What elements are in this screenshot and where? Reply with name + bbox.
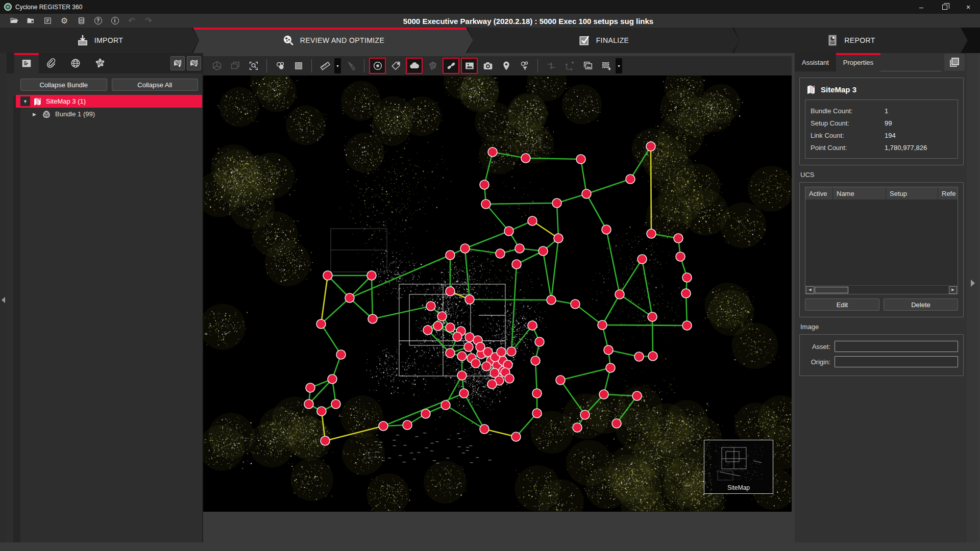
minimize-button[interactable]: – (910, 0, 933, 14)
setup-node[interactable] (496, 249, 505, 258)
setup-node[interactable] (573, 423, 582, 432)
setup-link[interactable] (651, 146, 651, 234)
origin-field[interactable] (835, 356, 958, 367)
setup-node[interactable] (632, 391, 642, 400)
setup-link[interactable] (446, 405, 484, 429)
setup-link[interactable] (373, 306, 431, 319)
setup-link[interactable] (372, 276, 373, 319)
setup-node[interactable] (453, 332, 462, 341)
setup-node[interactable] (317, 407, 326, 416)
setup-link[interactable] (321, 324, 341, 355)
setup-node[interactable] (528, 216, 537, 226)
setup-link[interactable] (321, 276, 328, 324)
swap-setups-button[interactable] (543, 58, 559, 74)
setup-node[interactable] (480, 180, 489, 189)
setup-node[interactable] (403, 420, 412, 430)
sitemap-thumbnail[interactable]: SiteMap (704, 440, 773, 494)
setup-link[interactable] (602, 294, 620, 325)
undo-button[interactable]: ↶ (126, 15, 137, 27)
setup-node[interactable] (507, 347, 516, 356)
setup-node[interactable] (368, 314, 377, 323)
tab-import[interactable]: IMPORT (0, 28, 199, 53)
setup-node[interactable] (423, 325, 432, 335)
setup-node[interactable] (606, 363, 615, 372)
setup-node[interactable] (446, 348, 455, 358)
add-ucs-button[interactable] (561, 58, 578, 74)
tab-finalize[interactable]: FINALIZE (467, 28, 740, 53)
pano-images-button[interactable] (579, 58, 596, 74)
setup-node[interactable] (602, 225, 611, 234)
setup-link[interactable] (465, 231, 509, 248)
setup-node[interactable] (682, 321, 692, 330)
tab-report[interactable]: REPORT (733, 28, 968, 53)
collapse-all-button[interactable]: Collapse All (112, 79, 199, 91)
setup-link[interactable] (642, 259, 652, 317)
setup-node[interactable] (674, 234, 683, 243)
setup-node[interactable] (379, 421, 388, 431)
setup-link[interactable] (470, 299, 551, 300)
setup-node[interactable] (576, 155, 585, 164)
sitemap-canvas[interactable]: SiteMap (203, 76, 792, 512)
ucs-col-reference[interactable]: Refe (938, 187, 958, 199)
setup-node[interactable] (626, 174, 635, 184)
setup-link[interactable] (493, 152, 526, 158)
help-button[interactable]: ? (92, 15, 104, 27)
setup-node[interactable] (681, 289, 691, 298)
setup-link[interactable] (575, 304, 602, 325)
setup-node[interactable] (531, 356, 540, 365)
remove-sitemap-button[interactable] (187, 56, 201, 70)
setup-link[interactable] (652, 317, 653, 356)
scroll-right-arrow-icon[interactable]: ▶ (949, 286, 957, 294)
background-color-button[interactable] (290, 58, 307, 74)
setup-link[interactable] (551, 238, 558, 300)
setup-node[interactable] (682, 273, 692, 282)
setup-node[interactable] (648, 352, 657, 361)
toggle-cameras-button[interactable] (479, 58, 496, 74)
setup-node[interactable] (471, 359, 480, 368)
setup-node[interactable] (464, 342, 473, 352)
tab-assistant[interactable]: Assistant (795, 53, 836, 71)
setup-node[interactable] (331, 399, 340, 409)
about-button[interactable]: i (109, 15, 120, 27)
orbit-view-button[interactable] (208, 58, 225, 74)
setup-node[interactable] (433, 321, 443, 331)
setup-link[interactable] (630, 146, 651, 179)
setup-node[interactable] (547, 295, 556, 305)
ucs-table-body[interactable] (805, 199, 958, 285)
toggle-geotags-button[interactable] (498, 58, 514, 74)
setup-node[interactable] (604, 345, 613, 355)
setup-link[interactable] (620, 259, 642, 294)
setup-node[interactable] (634, 352, 644, 361)
setup-node[interactable] (459, 389, 469, 398)
setup-node[interactable] (538, 246, 548, 256)
setup-node[interactable] (580, 410, 590, 419)
setup-node[interactable] (336, 350, 346, 359)
project-report-button[interactable] (42, 15, 53, 27)
toggle-labels-button[interactable] (387, 58, 404, 74)
tab-project-explorer[interactable] (14, 53, 39, 73)
left-panel-collapse-strip[interactable] (0, 53, 7, 542)
setup-node[interactable] (512, 260, 521, 269)
setup-node[interactable] (528, 321, 537, 330)
ucs-delete-button[interactable]: Delete (884, 298, 958, 311)
setup-node[interactable] (480, 424, 489, 434)
ucs-col-active[interactable]: Active (805, 187, 833, 199)
setup-node[interactable] (582, 189, 591, 198)
setup-node[interactable] (321, 436, 330, 445)
setup-node[interactable] (457, 352, 467, 361)
setup-node[interactable] (511, 432, 521, 441)
setup-node[interactable] (497, 347, 506, 357)
tab-annotations[interactable] (39, 53, 63, 73)
setup-node[interactable] (504, 227, 513, 236)
expand-chevron-icon[interactable]: ▶ (30, 109, 39, 119)
setup-node[interactable] (556, 375, 565, 385)
setup-node[interactable] (487, 380, 497, 389)
bundle-visibility-button[interactable] (272, 58, 288, 74)
setup-node[interactable] (532, 409, 542, 418)
tab-network-view[interactable] (88, 53, 112, 73)
setup-node[interactable] (457, 371, 467, 380)
setup-node[interactable] (446, 323, 455, 332)
setup-link[interactable] (511, 325, 532, 352)
scroll-left-arrow-icon[interactable]: ◀ (806, 286, 814, 294)
measure-button[interactable] (316, 58, 333, 74)
